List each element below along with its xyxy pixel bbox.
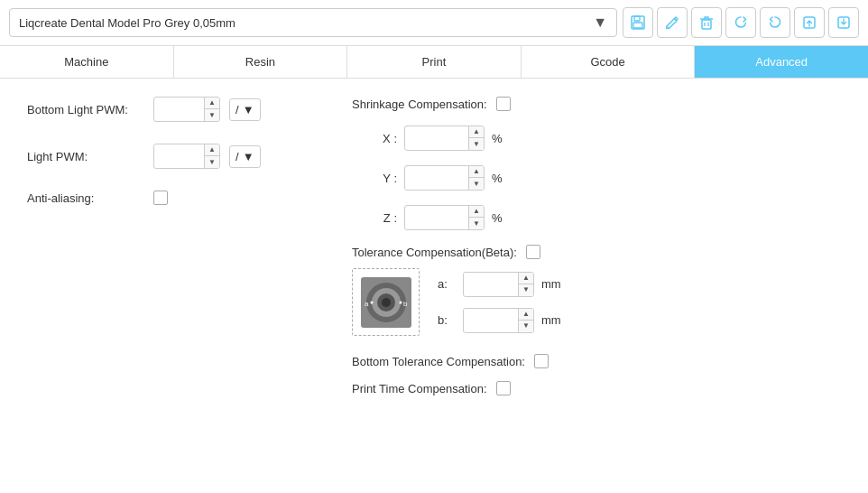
svg-point-14 xyxy=(399,301,402,303)
x-unit: % xyxy=(492,132,503,145)
svg-point-10 xyxy=(382,298,391,307)
edit-button[interactable] xyxy=(657,7,688,38)
light-pwm-spinbox[interactable]: 255 ▲ ▼ xyxy=(153,144,220,169)
z-down[interactable]: ▼ xyxy=(469,218,484,229)
x-up[interactable]: ▲ xyxy=(469,126,484,138)
refresh-button[interactable] xyxy=(725,7,756,38)
right-column: Shrinkage Compensation: X : 100,500 ▲ ▼ … xyxy=(352,97,841,475)
svg-text:a: a xyxy=(365,300,369,308)
dropdown-arrow-icon: ▼ xyxy=(593,14,607,31)
x-row: X : 100,500 ▲ ▼ % xyxy=(370,126,841,151)
svg-rect-2 xyxy=(633,23,642,28)
z-spinbox[interactable]: 100,000 ▲ ▼ xyxy=(404,205,485,230)
x-spinbox[interactable]: 100,500 ▲ ▼ xyxy=(404,126,485,151)
z-row: Z : 100,000 ▲ ▼ % xyxy=(370,205,841,230)
shrinkage-checkbox[interactable] xyxy=(496,97,511,111)
light-pwm-label: Light PWM: xyxy=(27,150,144,163)
print-time-label: Print Time Compensation: xyxy=(352,382,487,395)
light-pwm-down[interactable]: ▼ xyxy=(205,156,219,168)
svg-text:b: b xyxy=(403,300,408,308)
b-up[interactable]: ▲ xyxy=(519,309,533,321)
tolerance-diagram-row: a b a: -0,045 xyxy=(352,268,841,336)
shrinkage-header: Shrinkage Compensation: xyxy=(352,97,841,111)
light-pwm-up[interactable]: ▲ xyxy=(205,144,219,156)
tab-advanced[interactable]: Advanced xyxy=(695,46,868,78)
y-unit: % xyxy=(492,172,503,185)
bottom-light-pwm-label: Bottom Light PWM: xyxy=(27,103,144,116)
light-pwm-unit-dropdown[interactable]: / ▼ xyxy=(229,145,261,168)
export-button[interactable] xyxy=(794,7,825,38)
left-column: Bottom Light PWM: 255 ▲ ▼ / ▼ Light PWM: xyxy=(27,97,316,475)
bottom-tolerance-row: Bottom Tolerance Compensation: xyxy=(352,354,841,368)
svg-point-13 xyxy=(370,301,373,303)
y-spinbox[interactable]: 100,500 ▲ ▼ xyxy=(404,165,485,191)
b-row: b: -0,015 ▲ ▼ mm xyxy=(438,308,561,333)
tolerance-checkbox[interactable] xyxy=(526,245,540,259)
tab-print[interactable]: Print xyxy=(347,46,522,78)
bottom-light-pwm-input[interactable]: 255 xyxy=(154,99,204,120)
svg-rect-3 xyxy=(702,20,711,29)
bottom-tolerance-label: Bottom Tolerance Compensation: xyxy=(352,355,525,368)
tab-resin[interactable]: Resin xyxy=(174,46,348,78)
y-down[interactable]: ▼ xyxy=(469,178,484,190)
import-button[interactable] xyxy=(828,7,859,38)
light-pwm-row: Light PWM: 255 ▲ ▼ / ▼ xyxy=(27,144,316,169)
a-down[interactable]: ▼ xyxy=(519,284,533,296)
light-pwm-input[interactable]: 255 xyxy=(154,146,204,167)
z-label: Z : xyxy=(370,211,397,225)
anti-aliasing-row: Anti-aliasing: xyxy=(27,191,316,205)
a-label: a: xyxy=(438,277,456,291)
y-up[interactable]: ▲ xyxy=(469,166,484,178)
tolerance-header: Tolerance Compensation(Beta): xyxy=(352,245,841,259)
b-spinbox[interactable]: -0,015 ▲ ▼ xyxy=(463,308,534,333)
anti-aliasing-checkbox[interactable] xyxy=(153,191,168,205)
bottom-light-pwm-up[interactable]: ▲ xyxy=(205,98,219,109)
z-input[interactable]: 100,000 xyxy=(405,208,468,228)
profile-dropdown[interactable]: Liqcreate Dental Model Pro Grey 0,05mm ▼ xyxy=(9,8,617,37)
anti-aliasing-label: Anti-aliasing: xyxy=(27,191,144,205)
a-input[interactable]: -0,045 xyxy=(464,274,518,294)
shrinkage-label: Shrinkage Compensation: xyxy=(352,98,487,111)
x-down[interactable]: ▼ xyxy=(469,138,484,150)
z-up[interactable]: ▲ xyxy=(469,206,484,218)
bottom-light-pwm-row: Bottom Light PWM: 255 ▲ ▼ / ▼ xyxy=(27,97,316,122)
save-button[interactable] xyxy=(623,7,653,38)
a-row: a: -0,045 ▲ ▼ mm xyxy=(438,272,561,297)
print-time-row: Print Time Compensation: xyxy=(352,381,841,395)
tolerance-label: Tolerance Compensation(Beta): xyxy=(352,246,517,259)
b-input[interactable]: -0,015 xyxy=(464,310,518,330)
b-label: b: xyxy=(438,313,456,327)
tab-machine[interactable]: Machine xyxy=(0,46,174,78)
delete-button[interactable] xyxy=(691,7,722,38)
tolerance-section: Tolerance Compensation(Beta): xyxy=(352,245,841,336)
profile-dropdown-value: Liqcreate Dental Model Pro Grey 0,05mm xyxy=(19,16,235,30)
y-row: Y : 100,500 ▲ ▼ % xyxy=(370,165,841,191)
bottom-light-pwm-spinbox[interactable]: 255 ▲ ▼ xyxy=(153,97,220,122)
a-spinbox[interactable]: -0,045 ▲ ▼ xyxy=(463,272,534,297)
y-label: Y : xyxy=(370,172,397,185)
z-unit: % xyxy=(492,211,503,225)
tab-gcode[interactable]: Gcode xyxy=(522,46,696,78)
b-down[interactable]: ▼ xyxy=(519,321,533,332)
x-label: X : xyxy=(370,132,397,145)
a-unit: mm xyxy=(541,277,561,291)
bottom-rows: Bottom Tolerance Compensation: Print Tim… xyxy=(352,354,841,395)
tab-bar: Machine Resin Print Gcode Advanced xyxy=(0,46,868,79)
a-up[interactable]: ▲ xyxy=(519,273,533,284)
bottom-light-pwm-down[interactable]: ▼ xyxy=(205,109,219,121)
undo-button[interactable] xyxy=(760,7,790,38)
b-unit: mm xyxy=(541,313,561,327)
x-input[interactable]: 100,500 xyxy=(405,128,468,149)
tolerance-ab-values: a: -0,045 ▲ ▼ mm b: xyxy=(438,272,561,333)
tolerance-diagram: a b xyxy=(352,268,420,336)
print-time-checkbox[interactable] xyxy=(496,381,511,395)
bottom-light-pwm-unit-dropdown[interactable]: / ▼ xyxy=(229,98,261,121)
y-input[interactable]: 100,500 xyxy=(405,168,468,189)
bottom-tolerance-checkbox[interactable] xyxy=(534,354,549,368)
